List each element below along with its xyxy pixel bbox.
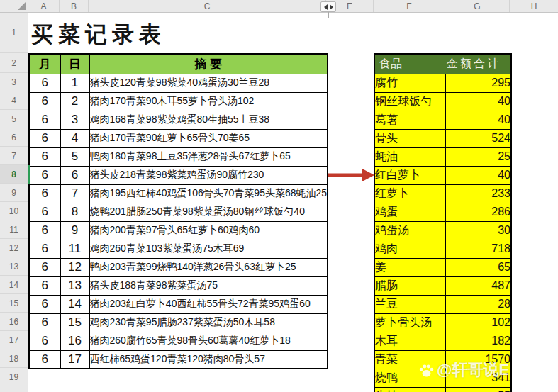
cell-total[interactable]: 40 (445, 111, 511, 129)
item-column-header[interactable]: 食品 (374, 54, 445, 74)
cell-total[interactable]: 55 (445, 387, 511, 392)
row-header-6[interactable]: 6 (0, 128, 28, 147)
cell-summary[interactable]: 猪肉170青菜90红萝卜65骨头70姜65 (89, 129, 328, 147)
row-header-4[interactable]: 4 (0, 91, 28, 110)
cell-month[interactable]: 6 (29, 111, 60, 129)
cell-item[interactable]: 兰豆 (374, 295, 445, 313)
cell-total[interactable]: 25 (445, 147, 511, 166)
cell-summary[interactable]: 猪肉260腐竹65青菜98骨头60葛薯40红萝卜18 (89, 332, 328, 350)
cell-day[interactable]: 16 (60, 332, 89, 350)
cell-month[interactable]: 6 (29, 276, 60, 295)
row-header-17[interactable]: 17 (0, 331, 28, 349)
cell-day[interactable]: 9 (60, 221, 89, 240)
cell-total[interactable]: 487 (445, 276, 511, 295)
column-header-a[interactable]: A (28, 0, 60, 12)
cell-item[interactable]: 腊肠 (374, 276, 445, 295)
row-header-19[interactable]: 19 (0, 368, 28, 386)
cell-summary[interactable]: 鸡肉168青菜98紫菜鸡蛋80生抽55土豆38 (89, 111, 328, 129)
cell-item[interactable]: 红白萝卜 (374, 166, 445, 184)
page-title[interactable]: 买菜记录表 (31, 13, 166, 53)
cell-day[interactable]: 8 (60, 203, 89, 221)
cell-summary[interactable]: 西红柿65鸡蛋120青菜120猪肉80骨头57 (89, 350, 328, 369)
cell-total[interactable]: 295 (445, 74, 511, 92)
cell-total[interactable]: 40 (445, 166, 511, 184)
cell-day[interactable]: 17 (60, 350, 89, 369)
summary-column-header[interactable]: 摘 要 (89, 54, 328, 74)
cell-month[interactable]: 6 (29, 295, 60, 313)
cell-total[interactable]: 718 (445, 240, 511, 258)
cell-total[interactable]: 28 (445, 295, 511, 313)
hidden-column-indicator[interactable] (320, 1, 336, 12)
cell-total[interactable]: 102 (445, 313, 511, 332)
cell-month[interactable]: 6 (29, 313, 60, 332)
row-header-18[interactable]: 18 (0, 349, 28, 368)
row-header-16[interactable]: 16 (0, 313, 28, 331)
row-header-8-active[interactable]: 8 (0, 165, 28, 184)
cell-day[interactable]: 1 (60, 74, 89, 92)
cell-summary[interactable]: 猪肉203红白萝卜40西红柿55骨头72青菜95鸡蛋60 (89, 295, 328, 313)
cell-item[interactable]: 姜 (374, 258, 445, 276)
cell-month[interactable]: 6 (29, 258, 60, 276)
column-header-h[interactable]: H (510, 0, 558, 12)
row-header-13[interactable]: 13 (0, 257, 28, 276)
cell-month[interactable]: 6 (29, 240, 60, 258)
cell-day[interactable]: 3 (60, 111, 89, 129)
row-header-10[interactable]: 10 (0, 202, 28, 220)
cell-day[interactable]: 12 (60, 258, 89, 276)
row-header-20[interactable]: 20 (0, 386, 28, 392)
cell-item[interactable]: 生抽 (374, 387, 445, 392)
cell-month[interactable]: 6 (29, 221, 60, 240)
cell-item[interactable]: 木耳 (374, 332, 445, 350)
cell-total[interactable]: 40 (445, 92, 511, 111)
column-header-g[interactable]: G (445, 0, 510, 12)
cell-month[interactable]: 6 (29, 92, 60, 111)
cell-item[interactable]: 鸡蛋 (374, 203, 445, 221)
cell-month[interactable]: 6 (29, 166, 60, 184)
cell-month[interactable]: 6 (29, 129, 60, 147)
row-header-15[interactable]: 15 (0, 294, 28, 313)
cell-item[interactable]: 钢丝球饭勺 (374, 92, 445, 111)
row-header-7[interactable]: 7 (0, 147, 28, 165)
cell-total[interactable]: 233 (445, 184, 511, 203)
cell-item[interactable]: 骨头 (374, 129, 445, 147)
cell-summary[interactable]: 鸡肉230青菜95腊肠237紫菜蛋汤50木耳58 (89, 313, 328, 332)
row-header-11[interactable]: 11 (0, 220, 28, 239)
cell-total[interactable]: 182 (445, 332, 511, 350)
cell-month[interactable]: 6 (29, 147, 60, 166)
cell-total[interactable]: 30 (445, 221, 511, 240)
total-column-header[interactable]: 金额合计 (445, 54, 511, 74)
cell-summary[interactable]: 烧鸭201腊肠250青菜98紫菜蛋汤80钢丝球饭勺40 (89, 203, 328, 221)
cell-day[interactable]: 2 (60, 92, 89, 111)
cell-month[interactable]: 6 (29, 350, 60, 369)
cell-total[interactable]: 286 (445, 203, 511, 221)
row-header-9[interactable]: 9 (0, 184, 28, 202)
cell-summary[interactable]: 猪头皮218青菜98紫菜鸡蛋汤90腐竹230 (89, 166, 328, 184)
cell-month[interactable]: 6 (29, 184, 60, 203)
cell-summary[interactable]: 鸭肉203青菜99烧鸭140洋葱26骨头63红萝卜25 (89, 258, 328, 276)
cell-item[interactable]: 腐竹 (374, 74, 445, 92)
cell-month[interactable]: 6 (29, 332, 60, 350)
cell-item[interactable]: 萝卜骨头汤 (374, 313, 445, 332)
cell-day[interactable]: 11 (60, 240, 89, 258)
column-header-b[interactable]: B (60, 0, 89, 12)
cell-item[interactable]: 葛薯 (374, 111, 445, 129)
cell-item[interactable]: 鸡肉 (374, 240, 445, 258)
cell-summary[interactable]: 鸭肉180青菜98土豆35洋葱28骨头67红萝卜65 (89, 147, 328, 166)
cell-item[interactable]: 鸡蛋汤 (374, 221, 445, 240)
row-header-5[interactable]: 5 (0, 110, 28, 128)
select-all-corner[interactable] (0, 0, 28, 12)
cell-item[interactable]: 红萝卜 (374, 184, 445, 203)
row-header-3[interactable]: 3 (0, 73, 28, 91)
cell-day[interactable]: 6 (60, 166, 89, 184)
cell-month[interactable]: 6 (29, 74, 60, 92)
cell-total[interactable]: 65 (445, 258, 511, 276)
cell-day[interactable]: 13 (60, 276, 89, 295)
cell-summary[interactable]: 猪肉170青菜90木耳55萝卜骨头汤102 (89, 92, 328, 111)
month-column-header[interactable]: 月 (29, 54, 60, 74)
row-header-12[interactable]: 12 (0, 239, 28, 257)
cell-day[interactable]: 4 (60, 129, 89, 147)
cell-month[interactable]: 6 (29, 203, 60, 221)
cell-summary[interactable]: 猪肉200青菜97骨头65红萝卜60鸡肉60 (89, 221, 328, 240)
cell-day[interactable]: 14 (60, 295, 89, 313)
cell-summary[interactable]: 猪肉195西红柿40鸡蛋106骨头70青菜95头菜68蚝油25 (89, 184, 328, 203)
